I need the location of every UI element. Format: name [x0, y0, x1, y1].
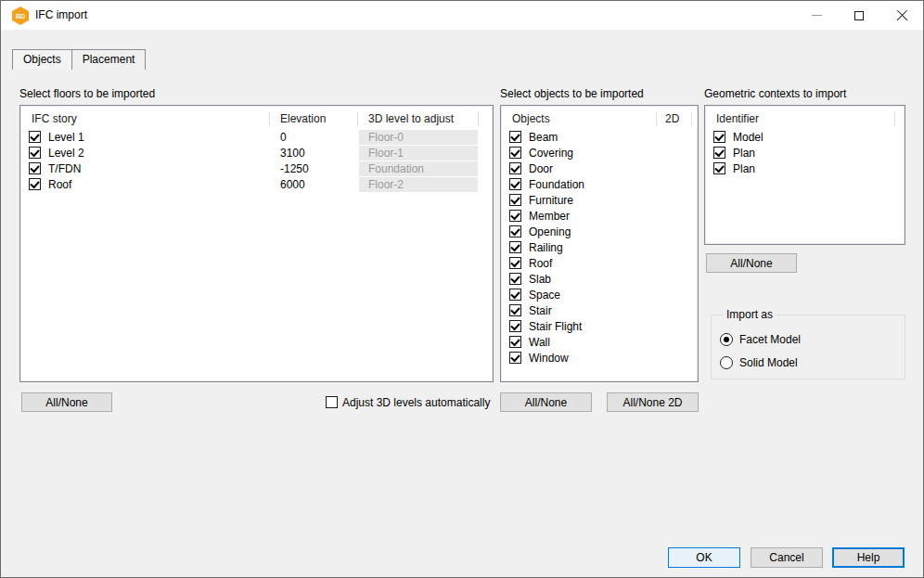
column-header-ifc-story[interactable]: IFC story	[32, 108, 77, 130]
list-item[interactable]: Foundation	[503, 177, 696, 193]
window-controls	[795, 1, 923, 30]
floor-elevation: 6000	[280, 177, 305, 192]
floor-checkbox[interactable]	[29, 147, 41, 159]
floor-3d-level: Floor-1	[359, 146, 478, 161]
table-row[interactable]: T/FDN -1250 Foundation	[22, 161, 491, 177]
object-label: Beam	[529, 130, 558, 145]
list-item[interactable]: Plan	[707, 146, 903, 161]
object-checkbox[interactable]	[509, 178, 521, 190]
column-header-3d-level[interactable]: 3D level to adjust	[368, 108, 454, 130]
contexts-all-none-button[interactable]: All/None	[706, 253, 797, 273]
object-label: Window	[529, 351, 569, 366]
list-item[interactable]: Covering	[503, 146, 696, 161]
list-item[interactable]: Slab	[503, 272, 696, 288]
object-checkbox[interactable]	[509, 257, 521, 269]
floor-elevation: -1250	[280, 161, 309, 176]
floor-3d-level: Floor-0	[359, 130, 478, 145]
minimize-button[interactable]	[795, 1, 838, 30]
floor-name: Level 1	[48, 130, 84, 145]
adjust-3d-levels-label: Adjust 3D levels automatically	[342, 396, 490, 409]
column-header-2d[interactable]: 2D	[665, 108, 679, 130]
contexts-table-header: Identifier	[707, 108, 903, 130]
import-as-label: Import as	[723, 308, 776, 321]
floors-table-header: IFC story Elevation 3D level to adjust	[22, 108, 491, 130]
object-checkbox[interactable]	[509, 131, 521, 143]
facet-model-radio[interactable]	[720, 333, 733, 346]
object-label: Slab	[529, 272, 551, 287]
floor-elevation: 3100	[280, 146, 305, 161]
tab-placement[interactable]: Placement	[71, 49, 147, 70]
object-label: Roof	[529, 256, 552, 271]
object-checkbox[interactable]	[509, 304, 521, 316]
objects-all-none-button[interactable]: All/None	[500, 392, 592, 412]
floor-3d-level: Foundation	[359, 161, 478, 176]
maximize-button[interactable]	[838, 1, 880, 30]
list-item[interactable]: Door	[503, 161, 696, 177]
object-label: Stair	[529, 303, 552, 318]
object-checkbox[interactable]	[509, 162, 521, 174]
list-item[interactable]: Railing	[503, 240, 696, 256]
list-item[interactable]: Model	[707, 130, 903, 146]
object-checkbox[interactable]	[509, 289, 521, 301]
column-header-objects[interactable]: Objects	[512, 108, 550, 130]
object-checkbox[interactable]	[509, 273, 521, 285]
floor-checkbox[interactable]	[29, 131, 41, 143]
context-label: Plan	[733, 161, 755, 176]
objects-all-none-2d-button[interactable]: All/None 2D	[607, 392, 699, 412]
floor-checkbox[interactable]	[29, 162, 41, 174]
list-item[interactable]: Beam	[503, 130, 696, 146]
column-header-elevation[interactable]: Elevation	[280, 108, 326, 130]
objects-table: Objects 2D Beam Covering Door Foundation	[500, 105, 699, 382]
context-checkbox[interactable]	[713, 147, 725, 159]
objects-section-label: Select objects to be imported	[500, 87, 644, 100]
object-checkbox[interactable]	[509, 210, 521, 222]
object-label: Space	[529, 288, 560, 302]
object-label: Door	[529, 161, 553, 176]
list-item[interactable]: Opening	[503, 225, 696, 240]
context-checkbox[interactable]	[713, 162, 725, 174]
floors-section-label: Select floors to be imported	[19, 87, 155, 100]
object-label: Foundation	[529, 177, 584, 192]
solid-model-radio[interactable]	[720, 356, 733, 369]
help-button[interactable]: Help	[832, 547, 905, 568]
table-row[interactable]: Roof 6000 Floor-2	[22, 177, 491, 193]
adjust-3d-levels-option[interactable]: Adjust 3D levels automatically	[326, 396, 493, 409]
list-item[interactable]: Furniture	[503, 193, 696, 209]
list-item[interactable]: Wall	[503, 335, 696, 351]
close-button[interactable]	[880, 1, 923, 30]
column-divider	[691, 111, 692, 126]
object-checkbox[interactable]	[509, 194, 521, 206]
floor-3d-level: Floor-2	[359, 177, 478, 192]
floor-checkbox[interactable]	[29, 178, 41, 190]
close-icon	[896, 9, 908, 21]
adjust-3d-levels-checkbox[interactable]	[326, 396, 338, 408]
object-checkbox[interactable]	[509, 241, 521, 253]
list-item[interactable]: Stair Flight	[503, 319, 696, 335]
cancel-button[interactable]: Cancel	[751, 547, 823, 568]
object-checkbox[interactable]	[509, 336, 521, 348]
list-item[interactable]: Window	[503, 351, 696, 366]
list-item[interactable]: Space	[503, 288, 696, 303]
list-item[interactable]: Stair	[503, 303, 696, 319]
floor-elevation: 0	[280, 130, 287, 145]
objects-table-body: Beam Covering Door Foundation Furniture …	[503, 130, 696, 379]
object-checkbox[interactable]	[509, 225, 521, 238]
minimize-icon	[812, 15, 822, 16]
object-checkbox[interactable]	[509, 352, 521, 364]
list-item[interactable]: Member	[503, 209, 696, 225]
table-row[interactable]: Level 2 3100 Floor-1	[22, 146, 491, 161]
ok-button[interactable]: OK	[668, 547, 740, 568]
context-checkbox[interactable]	[713, 131, 725, 143]
object-label: Stair Flight	[529, 319, 582, 334]
titlebar: BD IFC import	[1, 1, 923, 30]
list-item[interactable]: Plan	[707, 161, 903, 177]
floors-all-none-button[interactable]: All/None	[21, 392, 112, 412]
list-item[interactable]: Roof	[503, 256, 696, 272]
tab-strip: Objects Placement	[12, 49, 145, 70]
object-checkbox[interactable]	[509, 147, 521, 159]
table-row[interactable]: Level 1 0 Floor-0	[22, 130, 491, 146]
object-checkbox[interactable]	[509, 320, 521, 332]
contexts-section-label: Geometric contexts to import	[704, 87, 846, 100]
column-header-identifier[interactable]: Identifier	[716, 108, 759, 130]
tab-objects[interactable]: Objects	[12, 49, 72, 70]
